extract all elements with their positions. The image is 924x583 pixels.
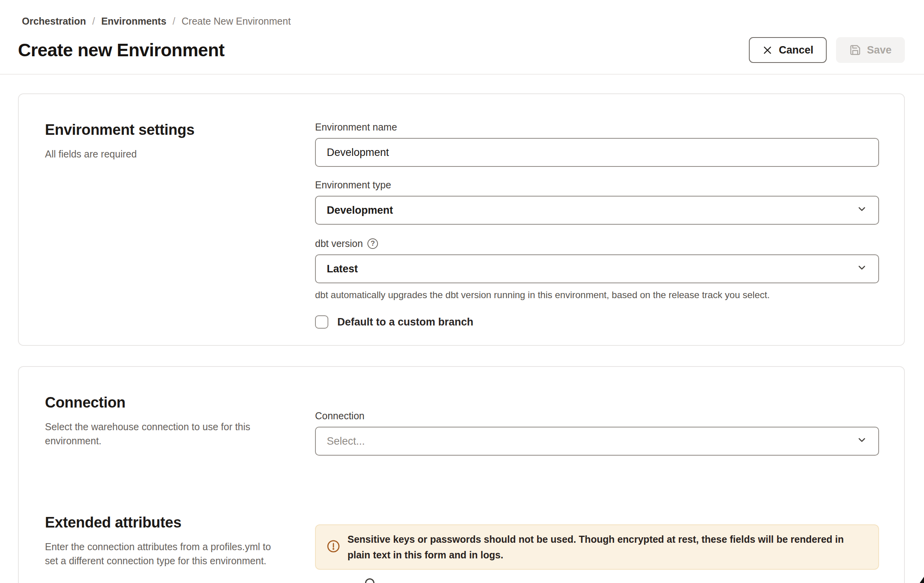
- dbt-version-select[interactable]: Latest: [315, 254, 879, 283]
- dbt-version-label-row: dbt version ?: [315, 238, 879, 249]
- custom-branch-checkbox-label: Default to a custom branch: [337, 316, 473, 328]
- breadcrumb-orchestration[interactable]: Orchestration: [22, 16, 86, 27]
- corner-artifact: [920, 577, 924, 583]
- breadcrumb: Orchestration / Environments / Create Ne…: [0, 0, 924, 27]
- close-icon: [762, 45, 773, 55]
- environment-type-value: Development: [327, 204, 393, 216]
- warning-banner-text: Sensitive keys or passwords should not b…: [347, 531, 867, 563]
- page-title: Create new Environment: [18, 39, 224, 61]
- header-divider: [0, 74, 924, 75]
- cancel-button-label: Cancel: [779, 44, 813, 56]
- save-button[interactable]: Save: [836, 37, 905, 63]
- environment-name-value: Development: [327, 147, 389, 159]
- chevron-down-icon: [856, 262, 867, 276]
- chevron-down-icon: [856, 204, 867, 217]
- extended-attributes-description: Enter the connection attributes from a p…: [45, 540, 315, 568]
- sensitive-keys-warning-banner: Sensitive keys or passwords should not b…: [315, 524, 879, 570]
- breadcrumb-separator: /: [173, 16, 175, 27]
- connection-description-line: environment.: [45, 434, 315, 448]
- header-actions: Cancel Save: [749, 37, 905, 63]
- dbt-version-helper-text: dbt automatically upgrades the dbt versi…: [315, 290, 879, 300]
- help-icon[interactable]: ?: [367, 238, 378, 249]
- custom-branch-checkbox-row[interactable]: Default to a custom branch: [315, 315, 879, 329]
- environment-settings-card: Environment settings All fields are requ…: [18, 93, 905, 346]
- extended-attributes-heading: Extended attributes: [45, 514, 315, 531]
- extended-attributes-description-line: set a different connection type for this…: [45, 554, 315, 568]
- environment-type-select[interactable]: Development: [315, 196, 879, 225]
- connection-description: Select the warehouse connection to use f…: [45, 420, 315, 448]
- dbt-version-label: dbt version: [315, 238, 363, 249]
- breadcrumb-separator: /: [92, 16, 95, 27]
- environment-settings-heading: Environment settings: [45, 122, 315, 138]
- environment-name-input[interactable]: Development: [315, 138, 879, 167]
- dbt-version-value: Latest: [327, 263, 358, 275]
- connection-card: Connection Select the warehouse connecti…: [18, 366, 905, 583]
- save-icon: [849, 44, 861, 56]
- alert-circle-icon: [327, 540, 340, 554]
- connection-select[interactable]: Select...: [315, 427, 879, 456]
- cancel-button[interactable]: Cancel: [749, 37, 827, 63]
- environment-settings-subheading: All fields are required: [45, 147, 315, 161]
- environment-name-label: Environment name: [315, 122, 879, 133]
- page-header: Create new Environment Cancel Save: [0, 27, 924, 63]
- connection-heading: Connection: [45, 394, 315, 411]
- save-button-label: Save: [867, 44, 892, 56]
- extended-attributes-description-line: Enter the connection attributes from a p…: [45, 540, 315, 554]
- environment-type-label: Environment type: [315, 179, 879, 191]
- custom-branch-checkbox[interactable]: [315, 315, 328, 329]
- breadcrumb-current-page: Create New Environment: [182, 16, 291, 27]
- connection-select-label: Connection: [315, 410, 879, 422]
- connection-description-line: Select the warehouse connection to use f…: [45, 420, 315, 434]
- chevron-down-icon: [856, 435, 867, 448]
- connection-select-placeholder: Select...: [327, 435, 365, 447]
- breadcrumb-environments[interactable]: Environments: [101, 16, 167, 27]
